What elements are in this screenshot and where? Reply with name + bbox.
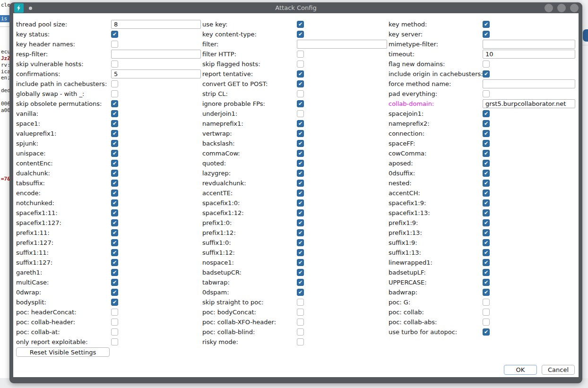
checkbox[interactable] — [483, 309, 490, 316]
text-input[interactable] — [483, 50, 575, 59]
checkbox[interactable] — [483, 60, 490, 68]
checkbox[interactable]: ✔ — [483, 110, 490, 117]
checkbox[interactable]: ✔ — [483, 249, 490, 256]
checkbox[interactable]: ✔ — [483, 279, 490, 286]
checkbox[interactable]: ✔ — [111, 259, 118, 266]
checkbox[interactable]: ✔ — [297, 160, 304, 167]
checkbox[interactable] — [111, 338, 118, 345]
checkbox[interactable]: ✔ — [483, 259, 490, 266]
checkbox[interactable]: ✔ — [111, 199, 118, 207]
checkbox[interactable]: ✔ — [483, 31, 490, 38]
checkbox[interactable]: ✔ — [483, 229, 490, 236]
checkbox[interactable]: ✔ — [297, 80, 304, 87]
checkbox[interactable] — [111, 60, 118, 68]
reset-visible-settings-button[interactable]: Reset Visible Settings — [16, 347, 110, 357]
checkbox[interactable]: ✔ — [111, 130, 118, 137]
checkbox[interactable] — [297, 90, 304, 97]
checkbox[interactable]: ✔ — [483, 239, 490, 246]
checkbox[interactable] — [483, 90, 490, 97]
checkbox[interactable]: ✔ — [297, 209, 304, 216]
checkbox[interactable]: ✔ — [297, 140, 304, 147]
checkbox[interactable]: ✔ — [111, 229, 118, 236]
ok-button[interactable]: OK — [504, 365, 537, 375]
checkbox[interactable]: ✔ — [297, 150, 304, 157]
checkbox[interactable]: ✔ — [483, 190, 490, 197]
text-input[interactable] — [483, 79, 575, 88]
checkbox[interactable]: ✔ — [111, 219, 118, 226]
checkbox[interactable]: ✔ — [297, 130, 304, 137]
checkbox[interactable]: ✔ — [483, 328, 490, 336]
checkbox[interactable]: ✔ — [483, 160, 490, 167]
checkbox[interactable]: ✔ — [297, 120, 304, 127]
checkbox[interactable]: ✔ — [111, 209, 118, 216]
checkbox[interactable]: ✔ — [483, 209, 490, 216]
checkbox[interactable]: ✔ — [111, 289, 118, 296]
checkbox[interactable]: ✔ — [483, 130, 490, 137]
window-close-icon[interactable] — [570, 4, 579, 12]
checkbox[interactable]: ✔ — [483, 289, 490, 296]
checkbox[interactable]: ✔ — [111, 170, 118, 177]
checkbox[interactable]: ✔ — [483, 120, 490, 127]
checkbox[interactable] — [297, 299, 304, 306]
checkbox[interactable] — [111, 319, 118, 326]
checkbox[interactable]: ✔ — [483, 170, 490, 177]
checkbox[interactable]: ✔ — [111, 150, 118, 157]
checkbox[interactable]: ✔ — [111, 279, 118, 286]
checkbox[interactable]: ✔ — [297, 180, 304, 187]
checkbox[interactable]: ✔ — [111, 120, 118, 127]
cancel-button[interactable]: Cancel — [542, 365, 575, 375]
checkbox[interactable] — [297, 110, 304, 117]
checkbox[interactable]: ✔ — [111, 180, 118, 187]
checkbox[interactable]: ✔ — [111, 239, 118, 246]
text-input[interactable] — [111, 50, 201, 59]
checkbox[interactable]: ✔ — [297, 289, 304, 296]
checkbox[interactable]: ✔ — [297, 269, 304, 276]
checkbox[interactable]: ✔ — [297, 190, 304, 197]
checkbox[interactable]: ✔ — [111, 160, 118, 167]
checkbox[interactable]: ✔ — [297, 239, 304, 246]
checkbox[interactable] — [297, 319, 304, 326]
checkbox[interactable]: ✔ — [483, 180, 490, 187]
checkbox[interactable] — [297, 60, 304, 68]
text-input[interactable] — [483, 99, 575, 108]
checkbox[interactable]: ✔ — [483, 219, 490, 226]
titlebar[interactable]: Attack Config — [9, 2, 582, 13]
checkbox[interactable]: ✔ — [483, 150, 490, 157]
checkbox[interactable] — [111, 328, 118, 336]
text-input[interactable] — [483, 40, 575, 49]
checkbox[interactable]: ✔ — [111, 100, 118, 107]
checkbox[interactable]: ✔ — [297, 259, 304, 266]
checkbox[interactable]: ✔ — [111, 140, 118, 147]
checkbox[interactable]: ✔ — [111, 31, 118, 38]
checkbox[interactable] — [111, 90, 118, 97]
text-input[interactable] — [111, 69, 201, 78]
checkbox[interactable]: ✔ — [483, 199, 490, 207]
window-maximize-icon[interactable] — [557, 4, 566, 12]
checkbox[interactable]: ✔ — [111, 110, 118, 117]
checkbox[interactable]: ✔ — [111, 249, 118, 256]
checkbox[interactable] — [111, 80, 118, 87]
checkbox[interactable]: ✔ — [111, 269, 118, 276]
checkbox[interactable]: ✔ — [297, 100, 304, 107]
checkbox[interactable]: ✔ — [111, 190, 118, 197]
checkbox[interactable]: ✔ — [297, 21, 304, 28]
text-input[interactable] — [111, 20, 201, 29]
checkbox[interactable] — [297, 328, 304, 336]
checkbox[interactable] — [483, 319, 490, 326]
checkbox[interactable] — [297, 51, 304, 58]
checkbox[interactable]: ✔ — [297, 229, 304, 236]
checkbox[interactable]: ✔ — [297, 170, 304, 177]
checkbox[interactable] — [483, 299, 490, 306]
window-minimize-icon[interactable] — [545, 4, 553, 12]
checkbox[interactable]: ✔ — [297, 249, 304, 256]
checkbox[interactable] — [111, 309, 118, 316]
checkbox[interactable]: ✔ — [483, 140, 490, 147]
checkbox[interactable] — [297, 338, 304, 345]
checkbox[interactable]: ✔ — [297, 199, 304, 207]
checkbox[interactable]: ✔ — [297, 31, 304, 38]
checkbox[interactable] — [297, 309, 304, 316]
checkbox[interactable] — [111, 41, 118, 48]
checkbox[interactable]: ✔ — [111, 299, 118, 306]
checkbox[interactable]: ✔ — [483, 70, 490, 78]
checkbox[interactable]: ✔ — [297, 70, 304, 78]
